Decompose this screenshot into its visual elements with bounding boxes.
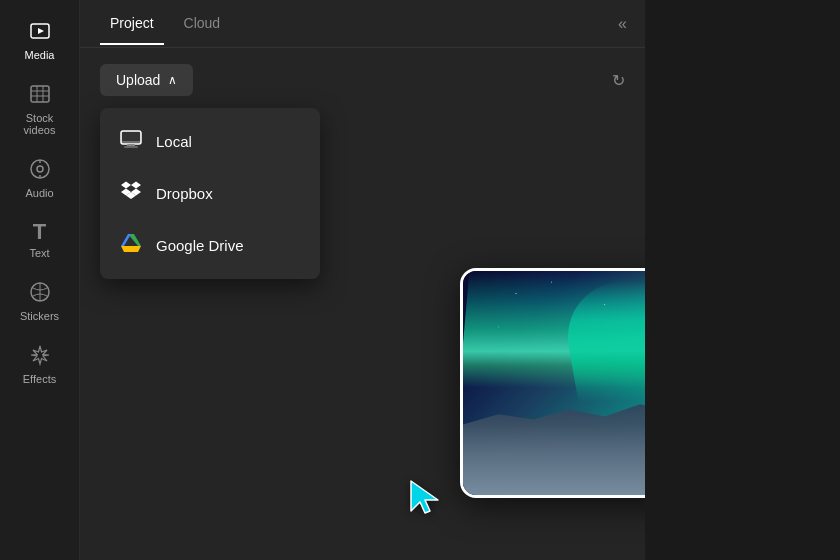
sidebar-item-effects[interactable]: Effects — [5, 334, 75, 395]
collapse-button[interactable]: « — [618, 15, 625, 33]
svg-rect-2 — [31, 86, 49, 102]
svg-marker-25 — [411, 481, 438, 513]
sidebar-media-label: Media — [25, 49, 55, 61]
cursor-arrow-icon — [405, 475, 445, 515]
google-drive-icon — [120, 233, 142, 257]
sidebar-effects-label: Effects — [23, 373, 56, 385]
tab-cloud[interactable]: Cloud — [174, 3, 231, 45]
effects-icon — [29, 344, 51, 369]
svg-marker-1 — [38, 28, 44, 34]
media-icon — [29, 20, 51, 45]
svg-rect-17 — [122, 132, 140, 141]
dropdown-item-local[interactable]: Local — [100, 116, 320, 167]
svg-marker-23 — [121, 234, 131, 246]
sidebar-stock-label: Stock videos — [10, 112, 70, 136]
sidebar: Media Stock videos Audio T Text — [0, 0, 80, 560]
svg-marker-24 — [121, 246, 141, 252]
sidebar-item-media[interactable]: Media — [5, 10, 75, 71]
tab-project[interactable]: Project — [100, 3, 164, 45]
media-thumbnail — [460, 268, 645, 498]
refresh-icon[interactable]: ↻ — [612, 71, 625, 90]
stickers-icon — [29, 281, 51, 306]
sidebar-item-text[interactable]: T Text — [5, 211, 75, 269]
audio-icon — [29, 158, 51, 183]
dropdown-gdrive-label: Google Drive — [156, 237, 244, 254]
dropdown-local-label: Local — [156, 133, 192, 150]
upload-chevron-icon: ∧ — [168, 73, 177, 87]
text-icon: T — [33, 221, 46, 243]
svg-rect-16 — [124, 146, 138, 148]
dropdown-item-dropbox[interactable]: Dropbox — [100, 167, 320, 219]
content-area: Upload ∧ ↻ Local — [80, 48, 645, 560]
stock-videos-icon — [29, 83, 51, 108]
sidebar-item-stickers[interactable]: Stickers — [5, 271, 75, 332]
sidebar-audio-label: Audio — [25, 187, 53, 199]
svg-point-8 — [37, 166, 43, 172]
main-panel: Project Cloud « Upload ∧ ↻ — [80, 0, 645, 560]
thumbnail-image — [463, 271, 645, 495]
sidebar-stickers-label: Stickers — [20, 310, 59, 322]
upload-label: Upload — [116, 72, 160, 88]
upload-dropdown: Local Dropbox — [100, 108, 320, 279]
sidebar-item-audio[interactable]: Audio — [5, 148, 75, 209]
sidebar-text-label: Text — [29, 247, 49, 259]
dropbox-icon — [120, 181, 142, 205]
tabs-bar: Project Cloud « — [80, 0, 645, 48]
sidebar-item-stock-videos[interactable]: Stock videos — [5, 73, 75, 146]
dropdown-item-google-drive[interactable]: Google Drive — [100, 219, 320, 271]
upload-row: Upload ∧ ↻ — [80, 48, 645, 112]
dropdown-dropbox-label: Dropbox — [156, 185, 213, 202]
local-icon — [120, 130, 142, 153]
right-panel — [645, 0, 840, 560]
upload-button[interactable]: Upload ∧ — [100, 64, 193, 96]
